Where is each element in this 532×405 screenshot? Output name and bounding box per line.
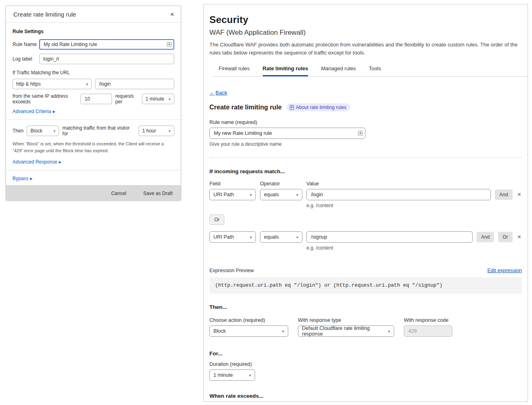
and-button[interactable]: And [495,189,512,200]
value-input-wrap [306,189,491,200]
dialog-body: Rule Settings Rule Name Log label If Tra… [6,23,181,185]
chevron-down-icon: ▾ [296,235,298,239]
url-match-row: http & https ▾ [13,79,174,89]
value-column-label: Value [306,181,319,187]
chevron-down-icon: ▾ [296,193,298,197]
chevron-down-icon: ▾ [249,373,251,378]
and-button[interactable]: And [477,232,494,242]
advanced-response-label: Advanced Response [13,159,57,165]
disclosure-triangle-icon: ▶ [30,177,32,180]
tab-firewall-rules[interactable]: Firewall rules [219,65,250,76]
page-subtitle: WAF (Web Application Firewall) [209,29,522,37]
url-input[interactable] [95,79,174,89]
rate-limit-form: ←Back Create rate limiting rule About ra… [209,77,522,402]
value-input[interactable] [306,231,473,243]
action-select[interactable]: Block ▾ [27,126,59,136]
waf-tabs: Firewall rules Rate limiting rules Manag… [219,65,522,76]
threshold-prefix-text: from the same IP address exceeds [13,93,77,105]
edit-expression-link[interactable]: Edit expression [488,268,522,273]
log-label-input[interactable] [39,54,174,64]
or-connector-button[interactable]: Or [209,214,224,225]
autofill-icon[interactable] [358,131,363,136]
period-select[interactable]: 1 minute ▾ [142,94,174,104]
page-title: Security [209,14,522,25]
log-label-row: Log label [13,54,174,64]
then-mid-text: matching traffic from that visitor for [62,125,135,136]
operator-select[interactable]: equals ▾ [260,231,302,243]
rule-name-label: Rule name (required) [209,120,522,125]
duration-select[interactable]: 1 hour ▾ [139,126,174,136]
about-rate-limiting-badge[interactable]: About rate limiting rules [287,103,350,111]
scheme-select-value: http & https [16,81,41,87]
url-input-wrap [95,79,174,89]
remove-rule-icon[interactable]: × [517,191,522,198]
advanced-criteria-link[interactable]: Advanced Criteria ▶ [13,109,55,114]
bypass-link[interactable]: Bypass ▶ [13,176,33,181]
expression-preview-code: (http.request.uri.path eq "/login") or (… [209,277,522,294]
save-as-draft-button[interactable]: Save as Draft [143,191,173,196]
disclosure-triangle-icon: ▶ [59,160,61,164]
cancel-button[interactable]: Cancel [111,191,126,196]
screenshot-stage: Create rate limiting rule × Rule Setting… [0,0,532,405]
threshold-mid-text: requests per [115,93,139,105]
period-select-value: 1 minute [146,96,164,102]
bypass-label: Bypass [13,176,28,181]
response-type-col: With response type Default Cloudflare ra… [298,311,394,337]
value-input-wrap [306,231,473,243]
response-type-select[interactable]: Default Cloudflare rate limiting respons… [298,325,394,337]
section-divider [209,157,522,158]
match-heading: If incoming requests match... [209,168,522,174]
advanced-criteria-label: Advanced Criteria [13,109,51,114]
duration-select[interactable]: 1 minute ▾ [209,369,255,381]
rule-row: URI Path ▾ equals ▾ And Or × [209,231,522,243]
choose-action-value: Block [213,328,226,334]
dialog-footer: Cancel Save as Draft [6,185,181,201]
security-waf-panel: Security WAF (Web Application Firewall) … [203,4,528,402]
action-select-value: Block [30,128,42,134]
duration-label: Duration (required) [209,361,522,367]
log-input-wrap [39,54,174,64]
form-title-row: Create rate limiting rule About rate lim… [209,103,522,111]
field-select[interactable]: URI Path ▾ [209,189,256,200]
expression-preview-label: Expression Preview [209,268,254,273]
rule-name-input-wrap [209,128,365,139]
response-type-value: Default Cloudflare rate limiting respons… [302,325,386,337]
remove-rule-icon[interactable]: × [517,233,522,241]
value-hint: e.g. /content [306,245,522,251]
rule-row: URI Path ▾ equals ▾ And × [209,189,522,200]
threshold-input[interactable] [80,94,112,104]
choose-action-select[interactable]: Block ▾ [209,325,288,337]
tab-tools[interactable]: Tools [369,65,381,76]
operator-column-label: Operator [260,181,302,187]
value-hint: e.g. /content [306,203,522,208]
disclosure-triangle-icon: ▶ [53,110,55,113]
dialog-header: Create rate limiting rule × [6,6,181,23]
scheme-select[interactable]: http & https ▾ [13,79,92,89]
block-note: When “Block” is set, when the threshold … [13,141,174,154]
tab-rate-limiting-rules[interactable]: Rate limiting rules [263,65,308,76]
for-heading: For... [209,350,522,357]
chevron-down-icon: ▾ [282,329,284,334]
chevron-down-icon: ▾ [53,129,55,133]
back-label: Back [215,90,227,96]
value-input[interactable] [306,189,491,200]
autofill-icon[interactable] [167,42,171,47]
response-code-col: With response code [404,311,452,337]
response-type-label: With response type [298,317,394,323]
chevron-down-icon: ▾ [250,193,252,197]
threshold-row: from the same IP address exceeds request… [13,93,174,105]
field-select[interactable]: URI Path ▾ [209,231,256,243]
tab-managed-rules[interactable]: Managed rules [321,65,356,76]
rule-name-input[interactable] [39,39,174,50]
traffic-match-heading: If Traffic Matching the URL [13,70,174,76]
operator-select[interactable]: equals ▾ [260,189,302,200]
chevron-down-icon: ▾ [250,235,252,239]
rule-name-row: Rule Name [13,39,174,50]
then-row: Then Block ▾ matching traffic from that … [13,125,174,136]
close-icon[interactable]: × [170,11,174,18]
rule-name-input[interactable] [209,128,365,139]
advanced-response-link[interactable]: Advanced Response ▶ [13,159,61,165]
form-title: Create rate limiting rule [209,104,282,111]
back-link[interactable]: ←Back [209,90,227,96]
or-button[interactable]: Or [498,232,512,242]
